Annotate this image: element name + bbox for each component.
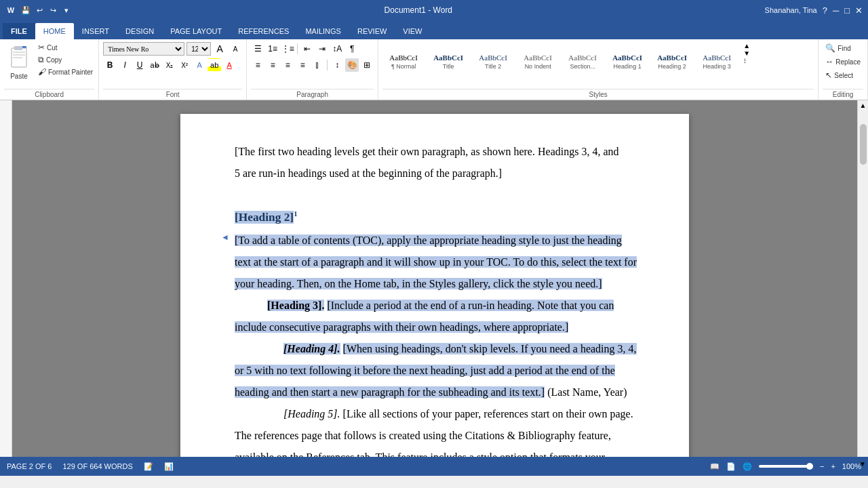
style-no-indent[interactable]: AaBbCcI No Indent bbox=[517, 42, 559, 81]
italic-btn[interactable]: I bbox=[118, 58, 132, 72]
clipboard-group: Paste ✂ Cut ⧉ Copy 🖌 Format Painter Clip… bbox=[0, 39, 99, 100]
tab-file[interactable]: FILE bbox=[3, 23, 35, 39]
main-area: ◄ [The first two heading levels get thei… bbox=[0, 100, 868, 457]
tab-references[interactable]: REFERENCES bbox=[230, 23, 297, 39]
format-painter-button[interactable]: 🖌 Format Painter bbox=[37, 66, 94, 77]
font-group-content: Times New Ro 12 A A B I U ab̶ X₂ X² A ab… bbox=[103, 42, 242, 87]
style-heading3[interactable]: AaBbCcI Heading 3 bbox=[696, 42, 738, 81]
font-name-select[interactable]: Times New Ro bbox=[103, 42, 184, 56]
editing-label: Editing bbox=[823, 89, 863, 100]
svg-rect-2 bbox=[14, 46, 22, 50]
style-heading1[interactable]: AaBbCcI Heading 1 bbox=[606, 42, 648, 81]
font-group: Times New Ro 12 A A B I U ab̶ X₂ X² A ab… bbox=[99, 39, 247, 100]
tab-home[interactable]: HOME bbox=[35, 23, 74, 39]
minimize-btn[interactable]: ─ bbox=[833, 5, 839, 16]
redo-icon[interactable]: ↪ bbox=[47, 5, 58, 16]
text-highlight-btn[interactable]: ab bbox=[208, 58, 221, 72]
title-bar: W 💾 ↩ ↪ ▾ Document1 - Word Shanahan, Tin… bbox=[0, 0, 868, 20]
clipboard-group-content: Paste ✂ Cut ⧉ Copy 🖌 Format Painter bbox=[4, 42, 94, 87]
close-btn[interactable]: ✕ bbox=[855, 5, 863, 16]
document-scroll[interactable]: ◄ [The first two heading levels get thei… bbox=[12, 100, 857, 457]
heading3-paragraph[interactable]: [Heading 3]. [Include a period at the en… bbox=[235, 295, 640, 338]
proofing-icon[interactable]: 📝 bbox=[144, 462, 153, 471]
font-color-btn[interactable]: A bbox=[222, 58, 236, 72]
align-right-btn[interactable]: ≡ bbox=[281, 58, 294, 72]
zoom-thumb[interactable] bbox=[806, 463, 813, 470]
bold-btn[interactable]: B bbox=[103, 58, 117, 72]
numbering-btn[interactable]: 1≡ bbox=[266, 42, 279, 56]
toc-paragraph[interactable]: [To add a table of contents (TOC), apply… bbox=[235, 230, 640, 295]
vertical-scrollbar[interactable]: ▲ ▼ bbox=[857, 100, 868, 457]
style-heading2[interactable]: AaBbCcI Heading 2 bbox=[651, 42, 693, 81]
strikethrough-btn[interactable]: ab̶ bbox=[148, 58, 161, 72]
sort-btn[interactable]: ↕A bbox=[330, 42, 344, 56]
select-button[interactable]: ↖ Select bbox=[823, 69, 856, 81]
page-indicator: PAGE 2 OF 6 bbox=[7, 462, 52, 470]
language-icon[interactable]: 📊 bbox=[164, 462, 174, 471]
style-title2[interactable]: AaBbCcI Title 2 bbox=[472, 42, 514, 81]
scroll-up-btn[interactable]: ▲ bbox=[859, 100, 868, 110]
increase-indent-btn[interactable]: ⇥ bbox=[315, 42, 329, 56]
style-title[interactable]: AaBbCcI Title bbox=[427, 42, 469, 81]
heading2-paragraph[interactable]: [Heading 2]1 bbox=[235, 206, 640, 230]
heading4-paragraph[interactable]: [Heading 4]. [When using headings, don't… bbox=[235, 338, 640, 403]
heading5-paragraph[interactable]: [Heading 5]. [Like all sections of your … bbox=[235, 403, 640, 457]
tab-review[interactable]: REVIEW bbox=[349, 23, 395, 39]
quick-access-toolbar: 💾 ↩ ↪ ▾ bbox=[20, 5, 72, 16]
paste-button[interactable]: Paste bbox=[4, 42, 34, 81]
align-left-btn[interactable]: ≡ bbox=[251, 58, 264, 72]
intro-paragraph2[interactable]: 5 are run-in headings used at the beginn… bbox=[235, 163, 640, 184]
scroll-thumb[interactable] bbox=[860, 124, 867, 165]
text-effects-btn[interactable]: A bbox=[193, 58, 206, 72]
tab-page-layout[interactable]: PAGE LAYOUT bbox=[162, 23, 230, 39]
save-icon[interactable]: 💾 bbox=[20, 5, 31, 16]
shading-btn[interactable]: 🎨 bbox=[345, 58, 359, 72]
undo-icon[interactable]: ↩ bbox=[34, 5, 45, 16]
tab-insert[interactable]: INSERT bbox=[74, 23, 117, 39]
subscript-btn[interactable]: X₂ bbox=[163, 58, 176, 72]
copy-button[interactable]: ⧉ Copy bbox=[37, 54, 94, 65]
tab-mailings[interactable]: MAILINGS bbox=[297, 23, 349, 39]
paragraph-label: Paragraph bbox=[251, 89, 374, 100]
view-read-btn[interactable]: 📖 bbox=[710, 462, 719, 471]
heading2-sup: 1 bbox=[294, 210, 297, 218]
tab-design[interactable]: DESIGN bbox=[117, 23, 162, 39]
font-size-select[interactable]: 12 bbox=[186, 42, 211, 56]
zoom-out-btn[interactable]: − bbox=[820, 462, 824, 470]
style-normal[interactable]: AaBbCcI ¶ Normal bbox=[382, 42, 425, 81]
zoom-slider[interactable] bbox=[759, 465, 813, 468]
grow-font-btn[interactable]: A bbox=[213, 42, 226, 56]
align-center-btn[interactable]: ≡ bbox=[266, 58, 279, 72]
superscript-btn[interactable]: X² bbox=[178, 58, 191, 72]
document-page[interactable]: ◄ [The first two heading levels get thei… bbox=[180, 114, 689, 457]
tab-view[interactable]: VIEW bbox=[395, 23, 430, 39]
view-print-btn[interactable]: 📄 bbox=[726, 462, 736, 471]
title-bar-right: Shanahan, Tina ? ─ □ ✕ bbox=[765, 5, 863, 16]
decrease-indent-btn[interactable]: ⇤ bbox=[300, 42, 314, 56]
heading3-label: [Heading 3]. bbox=[267, 300, 324, 311]
styles-scroll[interactable]: ▲ ▼ ⫶ bbox=[743, 42, 750, 64]
replace-button[interactable]: ↔ Replace bbox=[823, 56, 863, 68]
zoom-in-btn[interactable]: + bbox=[831, 462, 835, 470]
style-section[interactable]: AaBbCcI Section... bbox=[561, 42, 604, 81]
status-bar: PAGE 2 OF 6 129 OF 664 WORDS 📝 📊 📖 📄 🌐 −… bbox=[0, 457, 868, 476]
cut-button[interactable]: ✂ Cut bbox=[37, 42, 94, 53]
columns-btn[interactable]: ⫿ bbox=[311, 58, 324, 72]
shrink-font-btn[interactable]: A bbox=[229, 42, 242, 56]
maximize-btn[interactable]: □ bbox=[844, 5, 850, 16]
find-button[interactable]: 🔍 Find bbox=[823, 42, 853, 54]
line-spacing-btn[interactable]: ↕ bbox=[330, 58, 344, 72]
vertical-ruler bbox=[0, 100, 12, 457]
bullets-btn[interactable]: ☰ bbox=[251, 42, 264, 56]
view-web-btn[interactable]: 🌐 bbox=[743, 462, 752, 471]
underline-btn[interactable]: U bbox=[133, 58, 146, 72]
justify-btn[interactable]: ≡ bbox=[296, 58, 309, 72]
citation: (Last Name, Year) bbox=[547, 386, 627, 398]
help-icon[interactable]: ? bbox=[823, 5, 827, 16]
intro-paragraph[interactable]: [The first two heading levels get their … bbox=[235, 141, 640, 163]
clipboard-label: Clipboard bbox=[4, 89, 94, 100]
multilevel-list-btn[interactable]: ⋮≡ bbox=[281, 42, 294, 56]
dropdown-icon[interactable]: ▾ bbox=[61, 5, 72, 16]
show-formatting-btn[interactable]: ¶ bbox=[345, 42, 359, 56]
borders-btn[interactable]: ⊞ bbox=[360, 58, 374, 72]
